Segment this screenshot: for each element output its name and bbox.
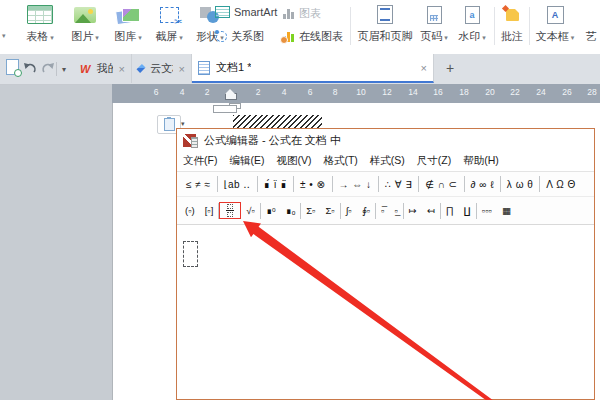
fence-templates-button[interactable]: (▫)	[180, 205, 200, 216]
smartart-label: SmartArt	[234, 6, 277, 18]
subscript-superscript-templates-button[interactable]: ∎ₒ	[281, 205, 301, 216]
product-set-templates-button[interactable]: ∐	[459, 205, 476, 216]
insert-chart-button[interactable]: 图表	[283, 6, 321, 21]
tab-label: 云文档	[150, 61, 172, 76]
labeled-arrow-templates-button[interactable]: ↤	[422, 205, 440, 216]
comment-button[interactable]: 批注	[496, 2, 528, 52]
undo-icon[interactable]	[23, 62, 37, 75]
symbol-palette-button[interactable]: ∴ ∀ ∃	[379, 179, 419, 190]
bar-templates-button[interactable]: ▫̲	[389, 205, 402, 216]
insert-picture-button[interactable]: 图片▾	[63, 2, 107, 52]
close-icon[interactable]: ×	[119, 63, 125, 75]
summation-templates-button[interactable]: Σ▫	[301, 205, 320, 216]
symbol-palette-button[interactable]: ∎́ ï ∎̈	[258, 179, 294, 190]
insert-table-button[interactable]: 表格▾	[18, 2, 62, 52]
fraction-template-icon[interactable]	[221, 204, 239, 217]
gallery-icon	[116, 6, 140, 24]
insert-smartart-button[interactable]: SmartArt	[215, 6, 277, 18]
menu-item[interactable]: 样式(S)	[370, 154, 405, 168]
wordart-label: 艺	[586, 30, 597, 42]
wordart-button[interactable]: 艺	[579, 2, 600, 52]
wps-writer-window: ▾ 表格▾ 图片▾ 图库▾ ✂ 截屏▾ 形状▾ SmartArt 关系图	[0, 0, 600, 400]
matrix-templates-button[interactable]: ▦	[497, 205, 516, 216]
tab-cloud-docs[interactable]: 云文档 ×	[132, 54, 192, 83]
symbol-palette-button[interactable]: ± • ⊗	[294, 179, 331, 190]
chevron-down-icon[interactable]: ▾	[62, 65, 66, 74]
fraction-radical-templates-button[interactable]: √▫	[241, 205, 260, 216]
indent-marker[interactable]	[225, 93, 237, 100]
text-box-button[interactable]: A 文本框▾	[532, 2, 578, 52]
labeled-arrow-templates-button[interactable]: ↦	[404, 205, 422, 216]
symbol-palette-button[interactable]: ∉ ∩ ⊂	[419, 179, 463, 190]
screenshot-button[interactable]: ✂ 截屏▾	[149, 2, 189, 52]
menu-item[interactable]: 编辑(E)	[229, 154, 264, 168]
tab-document1[interactable]: 文档1 * ×	[192, 54, 434, 83]
chevron-down-icon[interactable]: ▾	[2, 32, 6, 40]
page-number-button[interactable]: 页码▾	[416, 2, 452, 52]
ruler-number: 4	[282, 87, 287, 97]
bar-templates-button[interactable]: ▫̅	[376, 205, 389, 216]
product-set-templates-button[interactable]: ∏	[441, 205, 459, 216]
header-footer-label: 页眉和页脚	[358, 30, 413, 42]
text-box-label: 文本框	[536, 30, 569, 42]
symbol-palette-button[interactable]: → ⇔ ↓	[333, 179, 378, 190]
symbol-palette-button[interactable]: ∂ ∞ ℓ	[465, 179, 500, 190]
chevron-down-icon[interactable]: ▾	[181, 120, 185, 128]
equation-object-placeholder	[233, 115, 322, 128]
online-chart-icon	[283, 31, 295, 42]
object-handle	[213, 105, 237, 113]
ribbon-separator	[494, 7, 495, 45]
toolbar-separator	[218, 203, 219, 219]
matrix-templates-button[interactable]: ▫▫▫	[477, 205, 497, 216]
relation-diagram-icon	[216, 31, 227, 42]
menu-item[interactable]: 文件(F)	[183, 154, 217, 168]
print-preview-icon[interactable]	[6, 59, 19, 75]
tab-label: 文档1 *	[216, 60, 251, 75]
insert-online-chart-button[interactable]: 在线图表	[283, 29, 343, 44]
ribbon-separator	[529, 7, 530, 45]
ribbon-separator	[350, 7, 351, 45]
menu-item[interactable]: 格式(T)	[323, 154, 357, 168]
ruler-number: 14	[408, 87, 417, 97]
equation-editor-titlebar[interactable]: 公式编辑器 - 公式在 文档 中	[177, 129, 594, 151]
insert-relation-diagram-button[interactable]: 关系图	[216, 29, 264, 44]
chart-label: 图表	[299, 6, 321, 21]
ruler-number: 28	[587, 87, 596, 97]
fence-templates-button[interactable]: [▫]	[200, 205, 219, 216]
tab-my-wps[interactable]: W 我的WPS ×	[74, 54, 132, 83]
symbol-palette-button[interactable]: Λ Ω Θ	[540, 179, 581, 190]
relation-diagram-label: 关系图	[231, 29, 264, 44]
integral-templates-button[interactable]: ∮▫	[357, 205, 375, 216]
subscript-superscript-templates-button[interactable]: ∎ᵒ	[261, 205, 281, 216]
summation-templates-button[interactable]: Σ▫	[320, 205, 339, 216]
insert-table-label: 表格	[26, 30, 48, 42]
equation-editor-icon	[183, 134, 196, 147]
ruler-number: 10	[356, 87, 365, 97]
chevron-down-icon: ▾	[571, 34, 575, 41]
new-tab-button[interactable]: +	[446, 60, 454, 76]
watermark-icon: a	[465, 6, 480, 24]
chevron-down-icon: ▾	[95, 34, 99, 41]
insert-gallery-button[interactable]: 图库▾	[108, 2, 148, 52]
document-tab-bar: ▾ W 我的WPS × 云文档 × 文档1 * × +	[0, 54, 600, 85]
symbol-palette-button[interactable]: λ ω θ	[501, 179, 539, 190]
menu-item[interactable]: 尺寸(Z)	[417, 154, 451, 168]
menu-item[interactable]: 帮助(H)	[463, 154, 499, 168]
comment-label: 批注	[501, 30, 523, 42]
ruler-number: 4	[180, 87, 185, 97]
header-footer-button[interactable]: 页眉和页脚	[354, 2, 416, 52]
close-icon[interactable]: ×	[179, 63, 185, 75]
cloud-docs-icon	[137, 64, 146, 73]
integral-templates-button[interactable]: ∫▫	[341, 205, 357, 216]
empty-equation-slot[interactable]	[183, 241, 198, 267]
chevron-down-icon: ▾	[444, 34, 448, 41]
horizontal-ruler: 642246810121416182022242628	[112, 84, 600, 103]
tab-label: 我的WPS	[96, 61, 112, 76]
watermark-button[interactable]: a 水印▾	[452, 2, 492, 52]
symbol-palette-button[interactable]: ≤ ≠ ≈	[180, 179, 217, 190]
redo-icon[interactable]	[41, 62, 55, 75]
close-icon[interactable]: ×	[421, 62, 427, 74]
menu-item[interactable]: 视图(V)	[276, 154, 311, 168]
equation-editor-menubar: 文件(F)编辑(E)视图(V)格式(T)样式(S)尺寸(Z)帮助(H)	[177, 151, 594, 171]
symbol-palette-button[interactable]: ⌊ab ‥	[218, 179, 257, 190]
